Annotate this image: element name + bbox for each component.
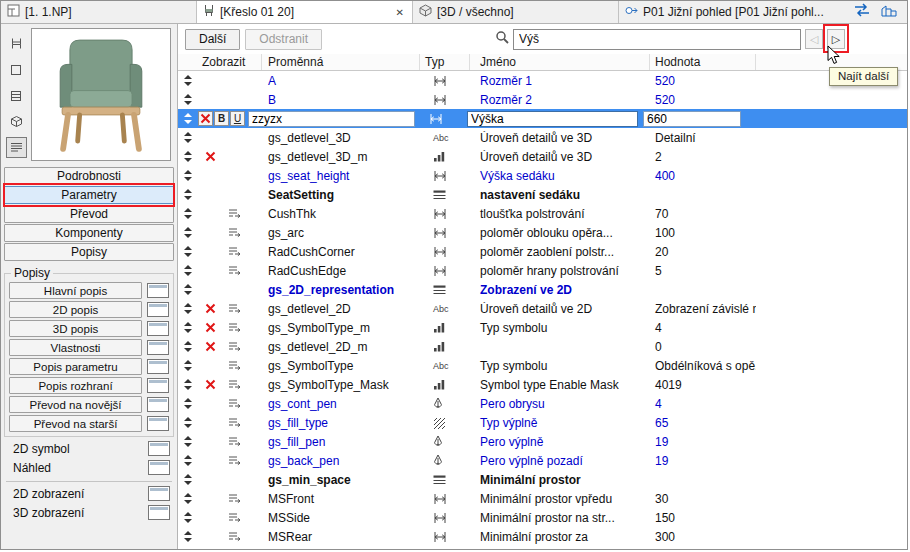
row-drag-handle[interactable] [178,398,198,409]
param-row-MSRear[interactable]: MSRearMinimální prostor za300 [178,527,907,546]
variable-name[interactable]: gs_detlevel_3D_m [246,150,420,164]
param-value[interactable]: 19 [650,435,756,449]
row-drag-handle[interactable] [178,151,198,162]
row-drag-handle[interactable] [178,474,198,485]
row-drag-handle[interactable] [178,227,198,238]
variable-name[interactable]: A [246,74,420,88]
row-drag-handle[interactable] [178,113,197,124]
popisy-button-7[interactable]: Převod na starší [9,415,142,432]
hidden-x-icon[interactable] [198,341,222,352]
find-previous-button[interactable]: ◁ [805,29,823,49]
param-name[interactable]: Minimální prostor na str... [470,511,650,525]
param-name[interactable]: Pero obrysu [470,397,650,411]
param-value[interactable]: 4 [650,397,756,411]
popisy-button-0[interactable]: Hlavní popis [9,282,142,299]
param-name[interactable]: nastavení sedáku [470,188,650,202]
param-name[interactable]: Minimální prostor za [470,530,650,544]
param-value[interactable]: 65 [650,416,756,430]
param-name[interactable]: Typ výplně [470,416,650,430]
panel-window-icon[interactable] [147,416,169,431]
param-row-CushThk[interactable]: CushThktloušťka polstrování70 [178,204,907,223]
variable-name[interactable]: gs_detlevel_2D_m [246,340,420,354]
variable-name[interactable]: B [246,93,420,107]
row-drag-handle[interactable] [178,208,198,219]
variable-name[interactable]: gs_fill_pen [246,435,420,449]
variable-name[interactable]: MSRear [246,530,420,544]
param-row-MSFront[interactable]: MSFrontMinimální prostor vpředu30 [178,489,907,508]
row-drag-handle[interactable] [178,94,198,105]
row-drag-handle[interactable] [178,284,198,295]
underline-button[interactable]: U [230,111,245,126]
param-name[interactable]: Typ symbolu [470,321,650,335]
param-name[interactable]: Pero výplně [470,435,650,449]
variable-name[interactable]: MSFront [246,492,420,506]
panel-window-icon[interactable] [147,283,169,298]
variable-name[interactable]: RadCushEdge [246,264,420,278]
panel-window-icon[interactable] [147,397,169,412]
param-row-gs_detlevel_2D_m[interactable]: gs_detlevel_2D_m0 [178,337,907,356]
variable-name[interactable]: gs_detlevel_2D [246,302,420,316]
hidden-x-icon[interactable] [198,303,222,314]
panel-window-icon[interactable] [147,378,169,393]
row-drag-handle[interactable] [178,265,198,276]
param-value[interactable]: 70 [650,207,756,221]
param-name[interactable]: Úroveň detailů ve 3D [470,131,650,145]
row-drag-handle[interactable] [178,189,198,200]
tab-3d-all[interactable]: [3D / všechno] [413,1,619,23]
remove-button[interactable]: Odstranit [245,29,322,50]
param-name[interactable]: Typ symbolu [470,359,650,373]
panel-window-icon[interactable] [148,486,170,501]
variable-name[interactable]: CushThk [246,207,420,221]
variable-name[interactable]: gs_2D_representation [246,283,420,297]
row-drag-handle[interactable] [178,436,198,447]
variable-name[interactable]: gs_back_pen [246,454,420,468]
param-name[interactable]: Úroveň detailů ve 3D [470,150,650,164]
param-value[interactable]: 520 [650,93,756,107]
param-value[interactable]: 30 [650,492,756,506]
param-value[interactable]: 520 [650,74,756,88]
tab-floorplan[interactable]: [1. 1.NP] [1,1,197,23]
param-row-MSSide[interactable]: MSSideMinimální prostor na str...150 [178,508,907,527]
hide-parameter-button[interactable] [198,111,213,126]
bold-button[interactable]: B [214,111,229,126]
close-tab-icon[interactable]: ✕ [394,7,406,18]
row-drag-handle[interactable] [178,75,198,86]
tab-object-kreslo[interactable]: [Křeslo 01 20] ✕ [197,1,413,23]
variable-name[interactable]: gs_detlevel_3D [246,131,420,145]
hidden-x-icon[interactable] [198,379,222,390]
param-value[interactable]: Detailní [650,131,756,145]
popisy-button-2[interactable]: 3D popis [9,320,142,337]
panel-window-icon[interactable] [147,359,169,374]
param-row-gs_back_pen[interactable]: gs_back_penPero výplně pozadí19 [178,451,907,470]
param-row-gs_cont_pen[interactable]: gs_cont_penPero obrysu4 [178,394,907,413]
name-input[interactable] [467,111,638,127]
param-value[interactable]: 4 [650,321,756,335]
param-value[interactable]: 2 [650,150,756,164]
row-drag-handle[interactable] [178,360,198,371]
param-row-gs_arc[interactable]: gs_arcpoloměr oblouku opěra...100 [178,223,907,242]
popisy-button-1[interactable]: 2D popis [9,301,142,318]
param-row-SeatSetting[interactable]: SeatSettingnastavení sedáku [178,185,907,204]
panel-window-icon[interactable] [147,340,169,355]
variable-name[interactable]: gs_seat_height [246,169,420,183]
param-value[interactable]: Zobrazení závislé n... [650,302,756,316]
param-name[interactable]: Úroveň detailů ve 2D [470,302,650,316]
param-name[interactable]: poloměr zaoblení polstr... [470,245,650,259]
param-row-A[interactable]: ARozměr 1520 [178,71,907,90]
variable-name[interactable]: MSSide [246,511,420,525]
param-name[interactable]: poloměr oblouku opěra... [470,226,650,240]
param-value[interactable]: 5 [650,264,756,278]
variable-input[interactable] [248,111,415,127]
search-input[interactable] [513,29,801,50]
param-name[interactable]: Minimální prostor vpředu [470,492,650,506]
tab-elevation[interactable]: P01 Jižní pohled [P01 Jižní pohl... [619,1,831,23]
param-name[interactable]: Rozměr 1 [470,74,650,88]
nav-popisy[interactable]: Popisy [4,243,174,261]
param-row-gs_fill_pen[interactable]: gs_fill_penPero výplně19 [178,432,907,451]
param-row-gs_fill_type[interactable]: gs_fill_typeTyp výplně65 [178,413,907,432]
preview-hatch-tool[interactable] [6,85,27,106]
param-row-gs_detlevel_3D[interactable]: gs_detlevel_3DAbcÚroveň detailů ve 3DDet… [178,128,907,147]
preview-square-tool[interactable] [6,59,27,80]
param-value[interactable]: Obdélníková s opě... [650,359,756,373]
row-drag-handle[interactable] [178,455,198,466]
